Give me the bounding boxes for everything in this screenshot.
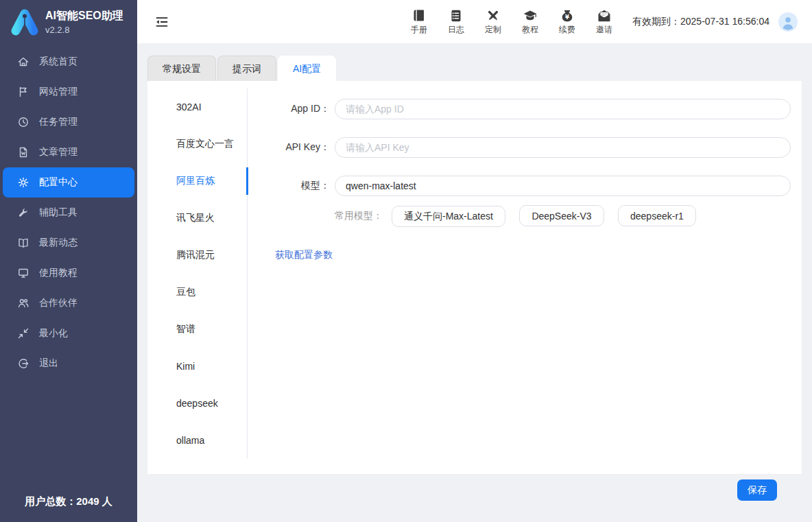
header-action[interactable]: 定制 xyxy=(481,8,505,36)
main-area: 手册 日志 定制 教程 xyxy=(137,0,812,522)
sidebar-item-label: 合作伙伴 xyxy=(39,297,77,309)
app-logo: AI智能SEO助理 v2.2.8 xyxy=(0,0,137,43)
home-icon xyxy=(17,56,29,68)
sidebar-item-label: 辅助工具 xyxy=(39,206,77,219)
gear-icon xyxy=(17,176,29,189)
sidebar-item-label: 最小化 xyxy=(39,327,68,340)
model-input[interactable] xyxy=(335,176,791,196)
sidebar-item[interactable]: 最小化 xyxy=(0,318,137,348)
fold-menu-icon[interactable] xyxy=(154,14,169,29)
header-action-label: 定制 xyxy=(485,24,501,36)
sidebar-item-label: 配置中心 xyxy=(39,176,77,189)
sidebar-item-label: 退出 xyxy=(39,357,58,370)
header-action[interactable]: 教程 xyxy=(518,8,542,36)
sidebar-item[interactable]: 使用教程 xyxy=(0,258,137,288)
provider-item[interactable]: 302AI xyxy=(147,88,247,126)
user-total-count: 用户总数：2049 人 xyxy=(0,495,137,522)
app-version: v2.2.8 xyxy=(45,25,123,35)
sidebar-item[interactable]: 最新动态 xyxy=(0,228,137,258)
top-header: 手册 日志 定制 教程 xyxy=(137,0,812,43)
common-models-row: 常用模型： 通义千问-Max-Latest DeepSeek-V3 deepse… xyxy=(275,205,791,227)
provider-item[interactable]: 百度文心一言 xyxy=(147,126,247,163)
sidebar-item-label: 使用教程 xyxy=(39,267,77,279)
site-flag-icon xyxy=(17,86,29,98)
sidebar-item-label: 网站管理 xyxy=(39,86,77,98)
sidebar-item-label: 任务管理 xyxy=(39,116,77,128)
common-model-button[interactable]: 通义千问-Max-Latest xyxy=(392,206,505,227)
wrench-icon xyxy=(17,206,29,219)
sidebar-item-label: 系统首页 xyxy=(39,56,77,68)
provider-menu: 302AI 百度文心一言 阿里百炼 讯飞星火 腾讯混元 豆包 智谱 xyxy=(147,81,248,474)
header-action-label: 邀请 xyxy=(596,24,612,36)
form-row-app-id: App ID： xyxy=(275,99,791,119)
provider-item[interactable]: 豆包 xyxy=(147,274,247,311)
sidebar-item[interactable]: 文章管理 xyxy=(0,137,137,167)
form-row-model: 模型： xyxy=(275,176,791,196)
tab[interactable]: 常规设置 xyxy=(147,56,216,81)
api-key-input[interactable] xyxy=(335,137,791,158)
model-label: 模型： xyxy=(275,180,330,192)
header-action[interactable]: 日志 xyxy=(444,8,468,36)
svg-text:¥: ¥ xyxy=(565,13,569,20)
monitor-icon xyxy=(17,267,29,279)
provider-item[interactable]: 阿里百炼 xyxy=(147,163,247,200)
header-action-label: 教程 xyxy=(522,24,538,36)
header-action[interactable]: 邀请 xyxy=(593,8,616,36)
header-action[interactable]: ¥ 续费 xyxy=(556,8,579,36)
logo-a-icon xyxy=(9,8,40,36)
sidebar-item-label: 文章管理 xyxy=(39,146,77,158)
common-models-label: 常用模型： xyxy=(335,210,383,222)
ai-config-panel: 302AI 百度文心一言 阿里百炼 讯飞星火 腾讯混元 豆包 智谱 xyxy=(147,81,802,474)
header-action-label: 续费 xyxy=(559,24,575,36)
common-model-button[interactable]: DeepSeek-V3 xyxy=(519,205,604,226)
sidebar-item[interactable]: 辅助工具 xyxy=(0,198,137,228)
app-id-input[interactable] xyxy=(335,99,791,119)
validity-text: 有效期到：2025-07-31 16:56:04 xyxy=(632,16,769,28)
sidebar-item[interactable]: 任务管理 xyxy=(0,107,137,137)
provider-item[interactable]: 腾讯混元 xyxy=(147,237,247,274)
customize-pencil-icon xyxy=(486,8,501,23)
content-area: 常规设置 提示词 AI配置 302AI 百度文心一言 阿里百炼 xyxy=(137,43,812,522)
article-doc-icon xyxy=(17,146,29,158)
header-action[interactable]: 手册 xyxy=(407,8,431,36)
app-window: AI智能SEO助理 v2.2.8 系统首页 网站管理 任务管理 xyxy=(0,0,812,522)
logout-icon xyxy=(17,357,29,370)
tab[interactable]: 提示词 xyxy=(217,56,276,81)
get-config-params-link[interactable]: 获取配置参数 xyxy=(275,249,333,261)
manual-book-icon xyxy=(411,8,427,23)
settings-tabs: 常规设置 提示词 AI配置 xyxy=(147,56,802,81)
course-cap-icon xyxy=(523,8,538,23)
common-model-button[interactable]: deepseek-r1 xyxy=(618,205,696,226)
provider-item[interactable]: 智谱 xyxy=(147,311,247,348)
provider-item[interactable]: deepseek xyxy=(147,385,247,422)
header-action-label: 日志 xyxy=(448,24,464,36)
api-key-label: API Key： xyxy=(275,141,330,154)
app-id-label: App ID： xyxy=(275,103,330,115)
sidebar-item[interactable]: 配置中心 xyxy=(3,167,134,198)
sidebar-item[interactable]: 合作伙伴 xyxy=(0,288,137,318)
renew-moneybag-icon: ¥ xyxy=(560,8,575,23)
save-button[interactable]: 保存 xyxy=(737,479,777,501)
user-avatar-icon[interactable] xyxy=(778,12,798,32)
log-list-icon xyxy=(449,8,464,23)
provider-config-form: App ID： API Key： 模型： 常用模型： xyxy=(248,81,802,474)
app-title: AI智能SEO助理 xyxy=(45,9,123,23)
tab[interactable]: AI配置 xyxy=(278,56,336,81)
news-book-icon xyxy=(17,237,29,249)
invite-mail-icon xyxy=(597,8,612,23)
header-action-label: 手册 xyxy=(411,24,427,36)
sidebar-item-label: 最新动态 xyxy=(39,237,77,249)
provider-item[interactable]: ollama xyxy=(147,422,247,459)
sidebar-item[interactable]: 网站管理 xyxy=(0,77,137,107)
sidebar-item[interactable]: 退出 xyxy=(0,348,137,379)
provider-item[interactable]: Kimi xyxy=(147,348,247,385)
provider-item[interactable]: 讯飞星火 xyxy=(147,200,247,237)
sidebar-nav: 系统首页 网站管理 任务管理 文章管理 xyxy=(0,43,137,495)
partners-icon xyxy=(17,297,29,309)
sidebar-item[interactable]: 系统首页 xyxy=(0,47,137,77)
task-clock-icon xyxy=(17,116,29,128)
form-row-api-key: API Key： xyxy=(275,137,791,158)
header-actions: 手册 日志 定制 教程 xyxy=(407,8,616,36)
sidebar: AI智能SEO助理 v2.2.8 系统首页 网站管理 任务管理 xyxy=(0,0,137,522)
minimize-icon xyxy=(17,327,29,340)
